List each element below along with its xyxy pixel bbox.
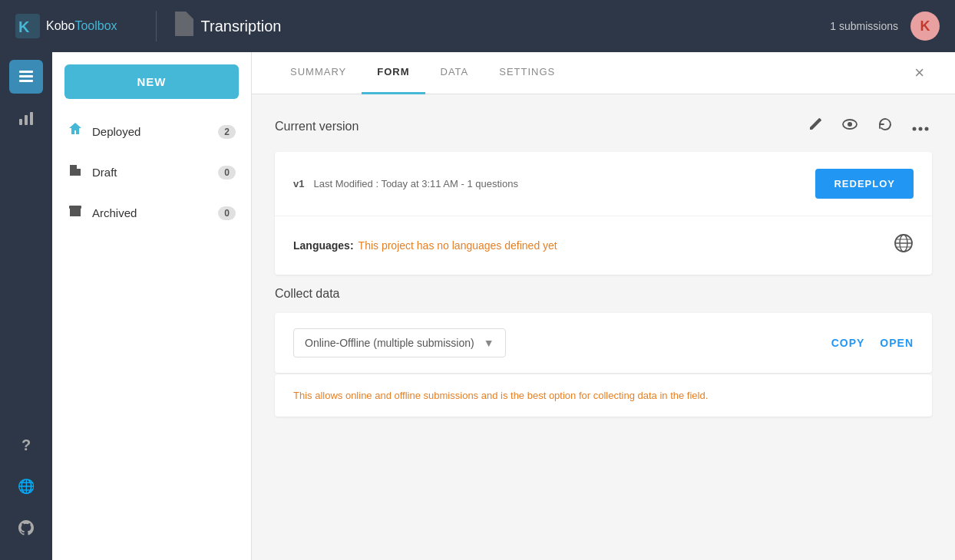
current-version-section-header: Current version <box>275 113 932 140</box>
svg-point-13 <box>925 127 929 131</box>
sidebar-deployed-badge: 2 <box>218 125 236 139</box>
dropdown-value: Online-Offline (multiple submission) <box>305 337 474 349</box>
dropdown-arrow-icon: ▼ <box>484 337 494 349</box>
icon-bar-list[interactable] <box>9 60 43 94</box>
logo-text: KoboToolbox <box>46 19 117 33</box>
svg-point-11 <box>913 127 917 131</box>
current-version-title: Current version <box>275 120 359 133</box>
sidebar-archived-badge: 0 <box>218 206 236 220</box>
collection-mode-dropdown[interactable]: Online-Offline (multiple submission) ▼ <box>293 328 506 357</box>
tab-data[interactable]: DATA <box>425 52 484 94</box>
redeploy-button[interactable]: REDEPLOY <box>815 169 914 199</box>
svg-rect-2 <box>19 71 33 73</box>
tab-form[interactable]: FORM <box>362 52 425 94</box>
app-header: K KoboToolbox Transription 1 submissions… <box>0 0 955 52</box>
languages-value: This project has no languages defined ye… <box>359 239 894 252</box>
header-divider <box>156 11 157 41</box>
icon-bar-github[interactable] <box>9 511 43 545</box>
languages-label: Languages: <box>293 239 354 252</box>
icon-bar: ? 🌐 <box>0 52 52 560</box>
svg-text:K: K <box>18 18 30 35</box>
svg-rect-5 <box>19 119 22 125</box>
deploy-icon <box>68 122 83 141</box>
version-card: v1 Last Modified : Today at 3:11 AM - 1 … <box>275 152 932 275</box>
close-button[interactable]: × <box>907 63 932 83</box>
copy-button[interactable]: COPY <box>831 337 865 349</box>
archive-icon <box>68 203 83 222</box>
tabs-bar: SUMMARY FORM DATA SETTINGS × <box>252 52 955 94</box>
header-right: 1 submissions K <box>830 12 940 41</box>
sidebar-deployed-label: Deployed <box>92 125 218 138</box>
content-area: SUMMARY FORM DATA SETTINGS × Current ver… <box>252 52 955 560</box>
collect-info-row: This allows online and offline submissio… <box>275 374 932 417</box>
languages-globe-icon[interactable] <box>894 233 914 258</box>
sidebar-draft-label: Draft <box>92 166 218 179</box>
sidebar-archived-label: Archived <box>92 206 218 219</box>
section-actions <box>805 113 932 140</box>
collect-data-title: Collect data <box>275 287 932 301</box>
sidebar: NEW Deployed 2 Draft 0 <box>52 52 252 560</box>
svg-rect-3 <box>19 75 33 77</box>
project-title: Transription <box>201 18 831 35</box>
logo[interactable]: K KoboToolbox <box>15 14 117 38</box>
svg-rect-6 <box>25 115 28 125</box>
svg-rect-4 <box>19 80 33 82</box>
svg-point-10 <box>848 122 852 127</box>
edit-icon-button[interactable] <box>805 114 826 139</box>
sidebar-draft-badge: 0 <box>218 166 236 180</box>
icon-bar-chart[interactable] <box>9 101 43 135</box>
submissions-count: 1 submissions <box>830 20 898 32</box>
tab-summary[interactable]: SUMMARY <box>275 52 362 94</box>
collect-data-section: Collect data Online-Offline (multiple su… <box>275 287 932 417</box>
preview-icon-button[interactable] <box>838 114 861 139</box>
collect-data-row: Online-Offline (multiple submission) ▼ C… <box>275 313 932 373</box>
sidebar-item-draft[interactable]: Draft 0 <box>52 152 251 193</box>
version-info: Last Modified : Today at 3:11 AM - 1 que… <box>313 178 815 189</box>
project-icon <box>172 12 193 41</box>
open-button[interactable]: OPEN <box>880 337 914 349</box>
svg-rect-7 <box>30 112 33 125</box>
tab-settings[interactable]: SETTINGS <box>484 52 570 94</box>
collect-actions: COPY OPEN <box>831 337 914 349</box>
sidebar-item-archived[interactable]: Archived 0 <box>52 193 251 233</box>
refresh-icon-button[interactable] <box>874 113 897 140</box>
collect-info-text: This allows online and offline submissio… <box>293 390 708 401</box>
version-row: v1 Last Modified : Today at 3:11 AM - 1 … <box>275 152 932 216</box>
icon-bar-bottom: ? 🌐 <box>9 428 43 552</box>
languages-row: Languages: This project has no languages… <box>275 216 932 275</box>
svg-rect-8 <box>69 206 81 209</box>
version-badge: v1 <box>293 178 304 189</box>
draft-icon <box>68 163 83 182</box>
kobo-logo-icon: K <box>15 14 40 38</box>
icon-bar-help[interactable]: ? <box>9 428 43 462</box>
main-layout: ? 🌐 NEW Deployed 2 <box>0 52 955 560</box>
avatar[interactable]: K <box>910 12 940 41</box>
sidebar-item-deployed[interactable]: Deployed 2 <box>52 111 251 152</box>
svg-point-12 <box>919 127 923 131</box>
more-actions-button[interactable] <box>909 114 932 138</box>
new-button[interactable]: NEW <box>64 64 239 99</box>
content-panel: Current version <box>252 94 955 560</box>
icon-bar-globe[interactable]: 🌐 <box>9 469 43 503</box>
